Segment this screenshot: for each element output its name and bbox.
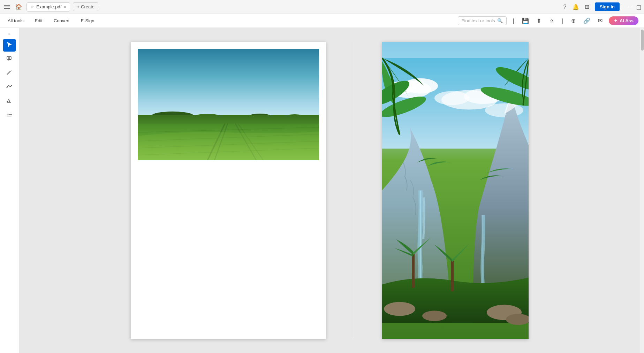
pdf-page-1 xyxy=(131,42,326,339)
annotate-tool-button[interactable] xyxy=(3,67,16,79)
esign-button[interactable]: E-Sign xyxy=(78,17,96,25)
plus-icon: + xyxy=(77,4,79,9)
notifications-icon[interactable]: 🔔 xyxy=(572,3,579,10)
ai-label: Al Ass xyxy=(620,18,634,23)
minimize-button[interactable]: – xyxy=(628,5,633,9)
edit-button[interactable]: Edit xyxy=(33,17,45,25)
title-bar-right: ? 🔔 ⊞ Sign in – ❐ xyxy=(563,2,641,11)
svg-line-4 xyxy=(7,74,7,75)
text-tool-button[interactable]: A xyxy=(3,95,16,107)
menu-button[interactable] xyxy=(3,3,11,10)
close-tab-icon[interactable]: × xyxy=(63,4,66,10)
draw-icon xyxy=(6,83,13,91)
svg-point-26 xyxy=(434,91,469,105)
right-scrollbar[interactable] xyxy=(640,28,644,353)
landscape-image xyxy=(138,49,319,160)
favorite-icon: ☆ xyxy=(30,5,34,9)
zoom-button[interactable]: ⊕ xyxy=(570,16,577,25)
all-tools-button[interactable]: All tools xyxy=(6,17,26,25)
sign-in-button[interactable]: Sign in xyxy=(595,2,620,11)
pdf-page-2 xyxy=(382,42,529,339)
scrollbar-thumb[interactable] xyxy=(641,30,644,51)
svg-rect-7 xyxy=(7,102,11,103)
apps-icon[interactable]: ⊞ xyxy=(585,3,589,10)
upload-button[interactable]: ⬆ xyxy=(535,16,543,25)
ai-assistant-button[interactable]: ✦ Al Ass xyxy=(609,16,638,25)
pdf-content-area[interactable] xyxy=(19,28,640,353)
draw-tool-button[interactable] xyxy=(3,81,16,93)
window-controls: – ❐ xyxy=(628,5,641,9)
svg-rect-0 xyxy=(7,56,11,60)
cursor-icon xyxy=(6,41,13,49)
svg-point-34 xyxy=(384,302,415,316)
print-button[interactable]: 🖨 xyxy=(547,16,556,25)
save-button[interactable]: 💾 xyxy=(521,16,530,25)
restore-button[interactable]: ❐ xyxy=(636,5,641,9)
separator: | xyxy=(512,16,516,25)
jungle-image xyxy=(382,42,529,339)
svg-point-27 xyxy=(485,103,523,117)
main-layout: ≡ xyxy=(0,28,644,353)
svg-point-5 xyxy=(7,87,8,88)
svg-point-35 xyxy=(422,311,447,321)
search-icon: 🔍 xyxy=(497,18,503,23)
title-bar: 🏠 ☆ Example.pdf × + Create ? 🔔 ⊞ Sign in… xyxy=(0,0,644,14)
tab-title: Example.pdf xyxy=(36,4,61,9)
find-tools-input[interactable]: Find text or tools 🔍 xyxy=(458,16,507,25)
scroll-icon: ≡ xyxy=(8,32,10,36)
toolbar: All tools Edit Convert E-Sign Find text … xyxy=(0,14,644,28)
comment-icon xyxy=(6,55,13,63)
comment-tool-button[interactable] xyxy=(3,53,16,66)
file-tab[interactable]: ☆ Example.pdf × xyxy=(26,2,70,11)
share-button[interactable]: ✉ xyxy=(597,16,604,25)
link-button[interactable]: 🔗 xyxy=(582,16,592,25)
pen-icon xyxy=(6,69,13,77)
sidebar-scroll-top: ≡ xyxy=(4,31,15,38)
new-tab-button[interactable]: + Create xyxy=(73,2,98,11)
left-sidebar: ≡ xyxy=(0,28,19,353)
svg-rect-29 xyxy=(451,260,454,292)
toolbar-right: Find text or tools 🔍 | 💾 ⬆ 🖨 | ⊕ 🔗 ✉ ✦ A… xyxy=(458,16,638,25)
svg-rect-9 xyxy=(138,49,319,118)
select-tool-button[interactable] xyxy=(3,39,16,52)
signature-icon xyxy=(6,111,13,119)
convert-button[interactable]: Convert xyxy=(52,17,72,25)
ai-icon: ✦ xyxy=(614,18,618,23)
svg-rect-28 xyxy=(412,253,415,288)
svg-line-3 xyxy=(7,71,10,74)
stamp-tool-button[interactable] xyxy=(3,109,16,121)
home-button[interactable]: 🏠 xyxy=(14,2,24,11)
text-icon: A xyxy=(6,97,13,105)
page-divider xyxy=(354,42,354,339)
create-label: Create xyxy=(81,4,94,9)
find-text-label: Find text or tools xyxy=(462,18,495,23)
separator2: | xyxy=(561,16,565,25)
help-icon[interactable]: ? xyxy=(563,4,567,10)
